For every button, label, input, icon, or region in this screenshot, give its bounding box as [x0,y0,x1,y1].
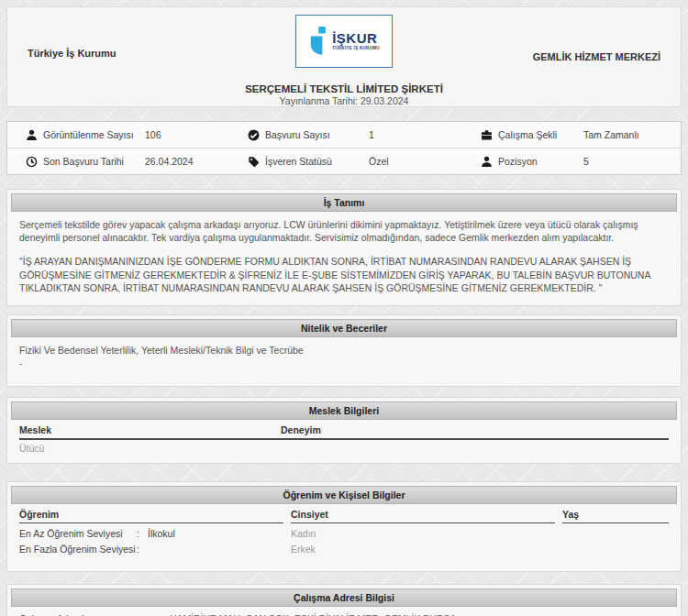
section-title-skills: Nitelik ve Beceriler [11,319,677,337]
section-title-occupation: Meslek Bilgileri [11,402,677,420]
section-job-description: İş Tanımı Serçemeli tekstilde görev yapa… [6,189,682,306]
gender-item-female: Kadın [291,526,555,541]
iskur-logo: İŞKUR TÜRKİYE İŞ KURUMU [295,15,393,68]
clock-icon [26,156,38,168]
stats-row-2: Son Başvuru Tarihi 26.04.2024 İşveren St… [7,148,681,174]
stat-deadline: Son Başvuru Tarihi [26,156,145,168]
stat-employer-status-label: İşveren Statüsü [265,156,332,167]
stat-applications-value: 1 [369,129,481,140]
section-skills: Nitelik ve Beceriler Fiziki Ve Bedensel … [6,314,682,387]
org-name: Türkiye İş Kurumu [28,48,117,59]
occupation-table-header: Meslek Deneyim [19,423,669,440]
section-title-education: Öğrenim ve Kişisel Bilgiler [11,486,677,504]
work-address-line-1: HAMİDİYE MAH. CAN SOK. ESKİ DİYALİZ MER.… [170,612,669,616]
occupation-value: Ütücü [19,442,281,455]
skills-note: - [19,357,669,369]
job-posting-page: Türkiye İş Kurumu İŞKUR TÜRKİYE İŞ KURUM… [0,0,688,616]
stat-work-type: Çalışma Şekli [481,129,583,141]
section-title-work-address: Çalışma Adresi Bilgisi [11,588,677,607]
company-title: SERÇEMELİ TEKSTİL LİMİTED ŞİRKETİ [7,83,681,94]
section-occupation: Meslek Bilgileri Meslek Deneyim Ütücü [6,397,682,464]
stat-applications-label: Başvuru Sayısı [265,129,330,140]
person-icon [481,156,493,168]
stat-positions-label: Pozisyon [498,156,538,167]
gender-item-male: Erkek [291,542,555,556]
occupation-col-deneyim: Deneyim [281,424,669,436]
min-education-label: En Az Öğrenim Seviyesi [19,527,137,540]
stat-employer-status-value: Özel [369,156,481,167]
stat-employer-status: İşveren Statüsü [248,156,369,168]
person-icon [26,129,38,141]
occupation-table-row: Ütücü [19,440,669,456]
stats-row-1: Görüntülenme Sayısı 106 Başvuru Sayısı 1… [7,122,681,148]
iskur-logo-subtitle: TÜRKİYE İŞ KURUMU [332,47,380,51]
occupation-col-meslek: Meslek [19,424,281,436]
publish-date: Yayınlanma Tarihi: 29.03.2024 [7,95,681,106]
gender-column: Cinsiyet Kadın Erkek [291,508,555,556]
stats-table: Görüntülenme Sayısı 106 Başvuru Sayısı 1… [6,121,682,175]
service-center-name: GEMLİK HİZMET MERKEZİ [533,51,660,62]
max-education-row: En Fazla Öğrenim Seviyesi [19,542,283,556]
education-col-header: Öğrenim [19,508,283,523]
section-title-job-description: İş Tanımı [11,193,677,212]
max-education-value [148,543,283,556]
section-education: Öğrenim ve Kişisel Bilgiler Öğrenim En A… [6,481,682,572]
work-address-label: Çalışma Adresi [19,612,159,616]
stat-views-label: Görüntülenme Sayısı [43,129,134,140]
stat-views: Görüntülenme Sayısı [26,129,145,141]
age-column: Yaş [562,508,669,556]
stat-deadline-label: Son Başvuru Tarihi [43,156,124,167]
max-education-label: En Fazla Öğrenim Seviyesi [19,543,137,556]
gender-col-header: Cinsiyet [291,508,555,523]
stat-work-type-label: Çalışma Şekli [498,129,557,140]
colon [137,543,148,556]
job-description-paragraph-2: "İŞ ARAYAN DANIŞMANINIZDAN İŞE GÖNDERME … [19,255,669,294]
stat-positions-value: 5 [583,156,681,167]
stat-views-value: 106 [145,129,248,140]
colon [159,612,170,616]
check-circle-icon [248,129,260,141]
age-col-header: Yaş [562,508,669,523]
work-address-row: Çalışma Adresi HAMİDİYE MAH. CAN SOK. ES… [19,609,669,616]
briefcase-icon [481,129,493,141]
occupation-experience-value [281,442,669,455]
stat-deadline-value: 26.04.2024 [145,156,248,167]
skills-text: Fiziki Ve Bedensel Yeterlilik, Yeterli M… [19,344,669,357]
min-education-row: En Az Öğrenim Seviyesi İlkokul [19,526,283,541]
job-description-paragraph-1: Serçemeli tekstilde görev yapacak çalışm… [19,218,669,244]
min-education-value: İlkokul [148,527,283,540]
stat-work-type-value: Tam Zamanlı [583,129,681,140]
iskur-logo-text: İŞKUR [332,31,380,45]
tag-icon [248,156,260,168]
iskur-logo-icon [308,26,327,57]
stat-positions: Pozisyon [481,156,583,168]
education-column: Öğrenim En Az Öğrenim Seviyesi İlkokul E… [19,508,283,556]
colon [137,527,148,540]
stat-applications: Başvuru Sayısı [248,129,369,141]
section-work-address: Çalışma Adresi Bilgisi Çalışma Adresi HA… [6,584,682,616]
header-band: Türkiye İş Kurumu İŞKUR TÜRKİYE İŞ KURUM… [6,6,682,107]
